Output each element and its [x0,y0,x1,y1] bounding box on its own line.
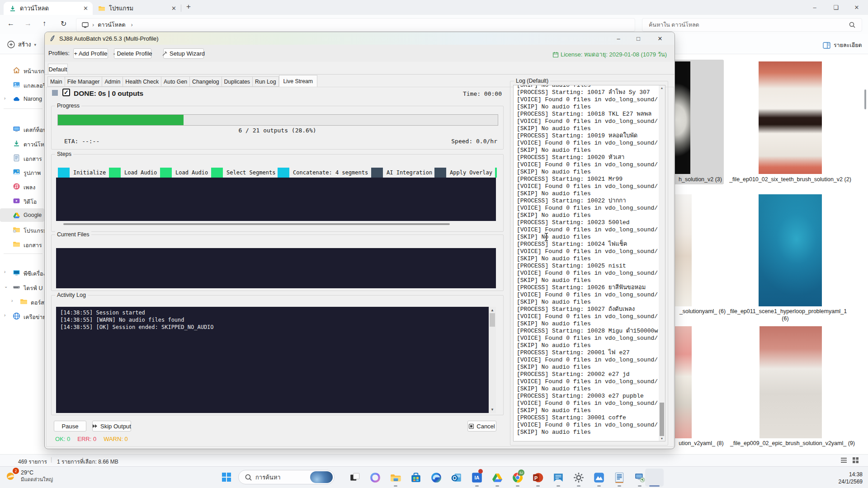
taskbar-search[interactable]: การค้นหา [238,470,335,484]
copilot-icon[interactable] [369,472,381,483]
sidebar-item[interactable]: Google [0,208,44,222]
quest-icon[interactable] [552,472,564,483]
pause-button[interactable]: Pause [54,421,86,432]
file-label[interactable]: _file_ep011_scene1_hyperloop_problemyaml… [727,308,844,322]
edge-icon[interactable] [430,472,442,483]
chevron-down-icon[interactable]: ⌄ [4,284,8,289]
setup-wizard-button[interactable]: Setup Wizard [163,48,204,59]
file-thumbnail[interactable] [759,61,822,174]
thumb-view-icon[interactable] [852,457,859,464]
add-profile-button[interactable]: + Add Profile [73,48,108,59]
ai-app-icon[interactable]: IA [471,472,483,483]
explorer-restore-button[interactable]: ❏ [826,0,846,14]
tab-run-log[interactable]: Run Log [253,76,279,87]
profile-tab-default[interactable]: Default [48,64,68,75]
sidebar-item[interactable]: เอกสาร [0,237,44,251]
step-label: Initialize [73,169,106,176]
sidebar-item[interactable]: ›ดอร์สติ [0,295,44,308]
new-tab-button[interactable]: + [186,2,191,11]
sidebar-item[interactable]: ›เครือข่าย [0,309,44,323]
file-label[interactable]: h_solution_v2 (3) [675,176,725,183]
maximize-button[interactable]: □ [628,32,648,45]
explorer-icon[interactable] [390,472,401,483]
file-label[interactable]: ution_v2yaml_ (8) [674,440,728,447]
back-icon[interactable]: ← [7,19,14,28]
notepad-icon[interactable] [613,472,625,483]
sidebar-item[interactable]: เอกสาร [0,151,44,164]
gdrive-icon[interactable] [491,472,503,483]
mountains-icon[interactable] [593,472,605,483]
new-button[interactable]: สร้าง ▾ [7,40,36,49]
explorer-search[interactable]: ค้นหาใน ดาวน์โหลด [642,18,862,32]
explorer-minimize-button[interactable]: – [804,0,825,14]
sidebar-item[interactable]: ดาวน์โหลด [0,136,44,150]
minimize-button[interactable]: – [609,32,628,45]
address-bar[interactable]: › ดาวน์โหลด › [76,18,635,32]
store-icon[interactable] [410,472,422,483]
log-textbox[interactable]: [SKIP] No audio files [PROCESS] Starting… [513,85,665,441]
tab-close-icon[interactable]: ✕ [171,5,176,12]
sidebar-item[interactable]: รูปภาพ [0,165,44,178]
done-checkbox[interactable]: ✓ [62,89,70,96]
tab-health-check[interactable]: Health Check [123,76,161,87]
tab-file-manager[interactable]: File Manager [65,76,103,87]
powerpoint-icon[interactable]: P [532,472,544,483]
close-button[interactable]: ✕ [650,32,670,45]
explorer-close-button[interactable]: ✕ [846,0,867,14]
tab-duplicates[interactable]: Duplicates [222,76,253,87]
file-thumbnail[interactable] [760,326,822,438]
weather-widget[interactable]: 2 29°C มีแดดส่วนใหญ่ [5,469,53,483]
explorer-tab[interactable]: โปรแกรม✕ [93,2,181,15]
chevron-right-icon[interactable]: › [4,269,5,274]
active-app-tile[interactable] [645,469,664,487]
tab-close-icon[interactable]: ✕ [83,5,88,12]
explorer-tab[interactable]: ดาวน์โหลด✕ [4,2,93,15]
sidebar-item[interactable]: ›Narong [0,92,44,106]
list-view-icon[interactable] [840,457,847,464]
forward-icon[interactable]: → [24,19,32,28]
remote-pc-icon[interactable] [634,472,646,483]
start-button[interactable] [221,472,233,483]
cancel-button[interactable]: Cancel [467,421,496,432]
task-view-icon[interactable] [349,472,361,483]
tab-main[interactable]: Main [47,76,65,87]
sidebar-item[interactable]: หน้าแรก [0,63,44,77]
file-label[interactable]: _solutionyaml_ (6) [675,308,730,315]
sidebar-item[interactable]: เดสก์ท็อป [0,122,44,136]
steps-hscrollbar[interactable] [63,223,450,225]
outlook-icon[interactable] [451,472,462,483]
chevron-right-icon[interactable]: › [4,96,5,101]
settings-icon[interactable] [573,472,585,483]
delete-profile-button[interactable]: - Delete Profile [114,48,151,59]
chevron-right-icon[interactable]: › [4,313,5,318]
file-thumbnail[interactable] [759,194,822,306]
breadcrumb[interactable]: ดาวน์โหลด [98,20,125,29]
file-label[interactable]: _file_ep010_02_six_teeth_brush_solution_… [725,176,856,183]
scroll-down-icon[interactable]: ▼ [489,408,496,412]
file-label[interactable]: _file_ep009_02_epic_brush_solution_v2yam… [725,440,860,447]
sidebar-item[interactable]: เพลง [0,179,44,193]
profiles-label: Profiles: [48,50,70,56]
refresh-icon[interactable]: ↻ [61,19,66,28]
scroll-up-icon[interactable]: ▲ [489,308,496,312]
stop-square-icon[interactable] [52,90,58,96]
tab-auto-gen[interactable]: Auto Gen [161,76,190,87]
scroll-down-icon[interactable]: ▼ [659,437,665,440]
log-scrollbar[interactable]: ▲ ▼ [659,85,665,441]
sidebar-item[interactable]: โปรแกรม [0,223,44,236]
tab-changelog[interactable]: Changelog [190,76,222,87]
sidebar-item[interactable]: ›พีซีเครื่อง [0,266,44,279]
sidebar-item[interactable]: ⌄ไดรฟ์ U [0,280,44,294]
sidebar-item[interactable]: วิดีโอ [0,194,44,207]
explorer-scrollbar[interactable] [864,89,866,109]
details-button[interactable]: รายละเอียด [823,41,862,50]
tab-admin[interactable]: Admin [102,76,123,87]
up-icon[interactable]: ↑ [42,19,46,28]
sidebar-item[interactable]: แกลเลอรี [0,78,44,91]
tab-live-stream[interactable]: Live Stream [279,75,318,87]
activity-log-scrollbar[interactable]: ▲ ▼ [489,307,496,413]
taskbar-clock[interactable]: 14:38 24/1/2569 [839,471,863,485]
scroll-up-icon[interactable]: ▲ [659,86,665,89]
skip-output-button[interactable]: Skip Output [92,421,131,432]
chevron-right-icon[interactable]: › [11,298,13,303]
